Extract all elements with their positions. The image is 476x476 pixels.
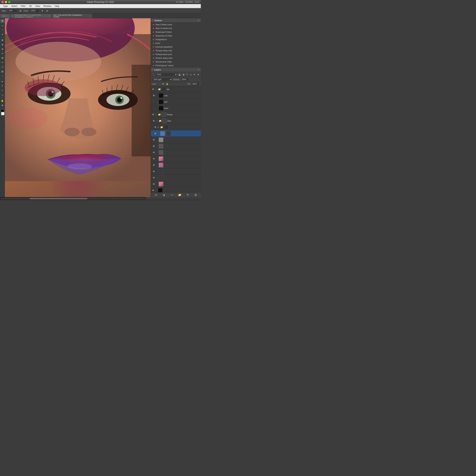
action-item[interactable]: ▶ Pokazywanie prze	[151, 52, 201, 56]
action-item[interactable]: ▶ Start 16 bitów (me	[151, 26, 201, 30]
lock-position-icon[interactable]: ✚	[162, 83, 165, 85]
add-mask-button[interactable]: ▭	[170, 193, 174, 197]
airbrush-icon[interactable]: ✦	[41, 9, 44, 13]
action-item[interactable]: ▶ Kontrast (gradient)	[151, 45, 201, 49]
tab-2[interactable]: × Warsztaty wawa-1711.psd @ 100% (Dodge&…	[10, 14, 51, 18]
zoom-tool[interactable]: ⊕	[0, 103, 4, 107]
layer-visibility-icon[interactable]: 👁	[152, 151, 155, 154]
select-tool[interactable]: ▭	[0, 23, 4, 28]
tab-3[interactable]: DSC_4155.psd @ 200% (Dodge&burn, RGB/8) …	[51, 14, 92, 18]
layers-panel-header[interactable]: ▾ Layers ☰	[151, 68, 201, 72]
menu-type[interactable]: Type	[1, 4, 9, 8]
scrollbar-thumb[interactable]	[30, 198, 87, 199]
tab-2-close2[interactable]: ×	[48, 15, 49, 17]
filter-type2-icon[interactable]: T	[186, 73, 188, 76]
filter-type-select[interactable]: Kind Name Effect Mode Attribute Color	[156, 73, 177, 76]
lasso-tool[interactable]: ⌇	[0, 28, 4, 32]
gradient-tool[interactable]: ▤	[0, 69, 4, 73]
fill-input[interactable]	[191, 82, 200, 86]
menu-view[interactable]: View	[34, 4, 41, 8]
actions-panel-header[interactable]: ▾ Actions ☰	[151, 18, 201, 23]
window-controls[interactable]	[1, 1, 10, 3]
layer-row-nested-group[interactable]: 👁 ▶ 📁	[151, 124, 201, 130]
tab-1[interactable]: /16) * ×	[0, 14, 10, 18]
actions-menu-icon[interactable]: ☰	[198, 19, 199, 21]
layer-visibility-icon[interactable]: 👁	[154, 132, 157, 135]
filter-type-icon[interactable]: ⬛	[152, 73, 155, 76]
move-tool[interactable]: ✥	[0, 19, 4, 23]
add-adjustment-button[interactable]: ◑	[162, 193, 166, 197]
tab-3-close[interactable]: ×	[89, 15, 90, 17]
layer-visibility-icon[interactable]: 👁	[152, 145, 155, 148]
filter-shape-icon[interactable]: ▭	[189, 73, 192, 76]
layer-visibility-icon[interactable]: 👁	[152, 164, 155, 167]
add-effect-button[interactable]: ƒx	[154, 193, 158, 197]
blend-mode-select[interactable]: Soft Light Normal Multiply Screen Overla…	[152, 78, 172, 81]
new-group-button[interactable]: 📁	[178, 193, 182, 197]
scrollbar-track[interactable]	[1, 198, 145, 199]
menu-select[interactable]: Select	[10, 4, 19, 8]
action-item[interactable]: ▶ Pomniejszej / wyost	[151, 64, 201, 67]
tab-1-close[interactable]: ×	[7, 15, 8, 17]
smooth-icon[interactable]: ≋	[46, 9, 49, 13]
layer-row-soft[interactable]: 👁 soft	[151, 99, 201, 105]
layer-expand-icon[interactable]: ▾	[155, 113, 157, 116]
canvas-area[interactable]	[5, 18, 151, 197]
menu-filter[interactable]: Filter	[19, 4, 27, 8]
brush-tool[interactable]: ✏	[0, 51, 4, 56]
new-layer-button[interactable]: +	[186, 193, 190, 197]
eyedropper-tool[interactable]: ⊕	[0, 43, 4, 47]
background-color[interactable]	[1, 112, 4, 115]
size-input[interactable]	[8, 9, 17, 13]
action-kolor[interactable]: ▶ Kolor	[151, 41, 201, 45]
layer-row-bottom[interactable]: 👁	[151, 187, 201, 192]
layer-row-empty2[interactable]: 👁	[151, 149, 201, 156]
layers-menu-icon[interactable]: ☰	[198, 68, 199, 71]
brush-options-icon[interactable]: ⊕	[19, 9, 22, 13]
menu-window[interactable]: Window	[42, 4, 53, 8]
filter-toggle[interactable]: ●	[197, 73, 200, 76]
history-brush-tool[interactable]: ↩	[0, 60, 4, 65]
layer-row-blue[interactable]: 👁	[151, 130, 201, 137]
layer-row-gro[interactable]: 👁 ▾ 📁 Gro	[151, 118, 201, 124]
path-select-tool[interactable]: ↖	[0, 88, 4, 93]
layer-visibility-icon[interactable]: 👁	[152, 107, 155, 110]
flow-input[interactable]	[30, 9, 39, 13]
magic-wand-tool[interactable]: ✴	[0, 32, 4, 36]
lock-all-icon[interactable]: 🔒	[166, 83, 169, 85]
layer-row-empty1[interactable]: 👁	[151, 143, 201, 149]
action-item[interactable]: ▶ Start 8 bitów (med	[151, 23, 201, 26]
layer-row-bw[interactable]: 👁 ▾ 📁 bw	[151, 86, 201, 92]
layer-expand-icon[interactable]: ▾	[156, 120, 158, 122]
tab-2-close[interactable]: ×	[13, 15, 14, 17]
delete-layer-button[interactable]: 🗑	[194, 193, 198, 197]
dodge-tool[interactable]: ○	[0, 74, 4, 78]
pen-tool[interactable]: ✒	[0, 80, 4, 84]
action-dodge-burn[interactable]: ▶ Dodge&burn	[151, 37, 201, 41]
opacity-input[interactable]	[181, 78, 189, 81]
filter-adj-icon[interactable]: ◑	[182, 73, 185, 76]
layer-visibility-icon[interactable]: 👁	[152, 138, 155, 141]
layer-visibility-icon[interactable]: 👁	[154, 126, 157, 129]
layer-visibility-icon[interactable]: 👁	[152, 183, 155, 186]
action-item[interactable]: ▶ Separacja 16 bitov	[151, 34, 201, 37]
clone-tool[interactable]: ✿	[0, 56, 4, 60]
hand-tool[interactable]: ✋	[0, 99, 4, 103]
lock-pixels-icon[interactable]: ⬛	[157, 83, 160, 85]
action-item[interactable]: ▶ Separacja 8 bitow	[151, 30, 201, 34]
menu-help[interactable]: Help	[53, 4, 61, 8]
minimize-button[interactable]	[5, 1, 7, 3]
action-item[interactable]: ▶ Wyostrzanie (high	[151, 60, 201, 64]
layer-row-pink[interactable]: 👁	[151, 162, 201, 168]
layer-row-gray[interactable]: 👁	[151, 137, 201, 143]
type-tool[interactable]: T	[0, 84, 4, 88]
layer-expand-icon[interactable]: ▶	[157, 126, 160, 128]
layer-visibility-icon[interactable]: 👁	[152, 119, 155, 122]
shape-tool[interactable]: ◻	[0, 93, 4, 97]
close-button[interactable]	[1, 1, 4, 3]
layer-visibility-icon[interactable]: 👁	[152, 189, 154, 192]
layer-visibility-icon[interactable]: 👁	[152, 176, 155, 179]
canvas-scrollbar[interactable]	[0, 197, 146, 200]
layer-visibility-icon[interactable]: 👁	[152, 170, 155, 173]
healing-tool[interactable]: ⊛	[0, 47, 4, 51]
